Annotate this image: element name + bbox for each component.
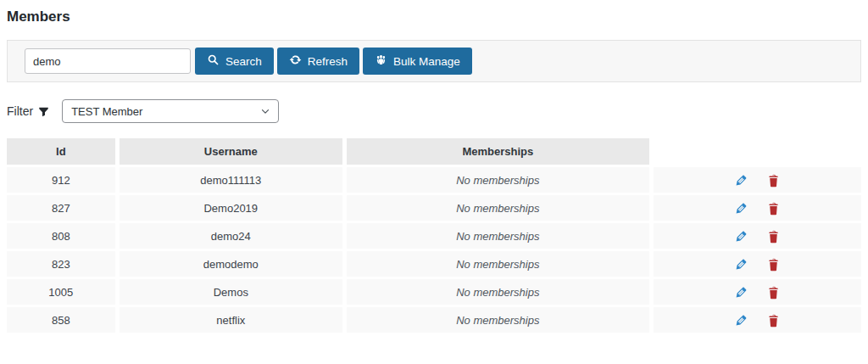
refresh-icon bbox=[289, 53, 302, 69]
member-id: 808 bbox=[7, 223, 115, 249]
table-row: 1005 Demos No memberships bbox=[7, 279, 861, 305]
member-memberships: No memberships bbox=[347, 195, 649, 221]
member-memberships: No memberships bbox=[347, 307, 649, 333]
row-actions bbox=[654, 279, 861, 305]
table-row: 827 Demo2019 No memberships bbox=[7, 195, 861, 221]
row-actions bbox=[654, 195, 861, 221]
member-memberships: No memberships bbox=[347, 167, 649, 193]
edit-pencil-icon[interactable] bbox=[734, 173, 748, 188]
page-title: Members bbox=[7, 7, 861, 27]
delete-trash-icon[interactable] bbox=[766, 201, 781, 216]
row-actions bbox=[654, 223, 861, 249]
edit-pencil-icon[interactable] bbox=[734, 201, 748, 216]
filter-select-wrap: TEST Member bbox=[62, 99, 279, 123]
search-button[interactable]: Search bbox=[195, 48, 274, 75]
member-username: demodemo bbox=[120, 251, 342, 277]
edit-pencil-icon[interactable] bbox=[734, 313, 748, 328]
edit-pencil-icon[interactable] bbox=[734, 285, 748, 300]
bulk-manage-button[interactable]: Bulk Manage bbox=[363, 48, 472, 75]
member-username: netflix bbox=[120, 307, 342, 333]
filter-label: Filter bbox=[7, 104, 33, 118]
member-username: demo111113 bbox=[120, 167, 342, 193]
search-toolbar: Search Refresh Bulk Manage bbox=[7, 40, 861, 82]
members-page: Members Search Refresh Bulk Manage Filte… bbox=[0, 0, 868, 335]
edit-pencil-icon[interactable] bbox=[734, 229, 748, 244]
refresh-button-label: Refresh bbox=[308, 55, 348, 68]
member-memberships: No memberships bbox=[347, 223, 649, 249]
member-username: Demos bbox=[120, 279, 342, 305]
header-id: Id bbox=[7, 138, 115, 165]
member-memberships: No memberships bbox=[347, 279, 649, 305]
table-row: 858 netflix No memberships bbox=[7, 307, 861, 333]
table-row: 823 demodemo No memberships bbox=[7, 251, 861, 277]
delete-trash-icon[interactable] bbox=[766, 285, 781, 300]
header-memberships: Memberships bbox=[347, 138, 649, 165]
member-username: demo24 bbox=[120, 223, 342, 249]
table-row: 912 demo111113 No memberships bbox=[7, 167, 861, 193]
row-actions bbox=[654, 251, 861, 277]
members-table-header: Id Username Memberships bbox=[7, 138, 861, 165]
delete-trash-icon[interactable] bbox=[766, 173, 781, 188]
people-group-icon bbox=[375, 53, 387, 69]
members-table-body: 912 demo111113 No memberships 827 Demo20… bbox=[7, 167, 861, 333]
bulk-manage-button-label: Bulk Manage bbox=[393, 55, 460, 68]
search-input[interactable] bbox=[25, 48, 191, 74]
filter-select[interactable]: TEST Member bbox=[62, 99, 279, 123]
member-id: 823 bbox=[7, 251, 115, 277]
search-button-label: Search bbox=[225, 55, 262, 68]
member-memberships: No memberships bbox=[347, 251, 649, 277]
header-actions bbox=[654, 138, 861, 165]
delete-trash-icon[interactable] bbox=[766, 257, 781, 272]
members-table: Id Username Memberships 912 demo111113 N… bbox=[3, 136, 865, 335]
member-id: 827 bbox=[7, 195, 115, 221]
member-id: 1005 bbox=[7, 279, 115, 305]
funnel-icon bbox=[37, 105, 50, 118]
refresh-button[interactable]: Refresh bbox=[277, 48, 359, 75]
member-id: 912 bbox=[7, 167, 115, 193]
table-row: 808 demo24 No memberships bbox=[7, 223, 861, 249]
search-icon bbox=[207, 53, 220, 69]
filter-row: Filter TEST Member bbox=[7, 99, 861, 123]
delete-trash-icon[interactable] bbox=[766, 313, 781, 328]
row-actions bbox=[654, 307, 861, 333]
edit-pencil-icon[interactable] bbox=[734, 257, 748, 272]
row-actions bbox=[654, 167, 861, 193]
header-username: Username bbox=[120, 138, 342, 165]
delete-trash-icon[interactable] bbox=[766, 229, 781, 244]
member-id: 858 bbox=[7, 307, 115, 333]
member-username: Demo2019 bbox=[120, 195, 342, 221]
